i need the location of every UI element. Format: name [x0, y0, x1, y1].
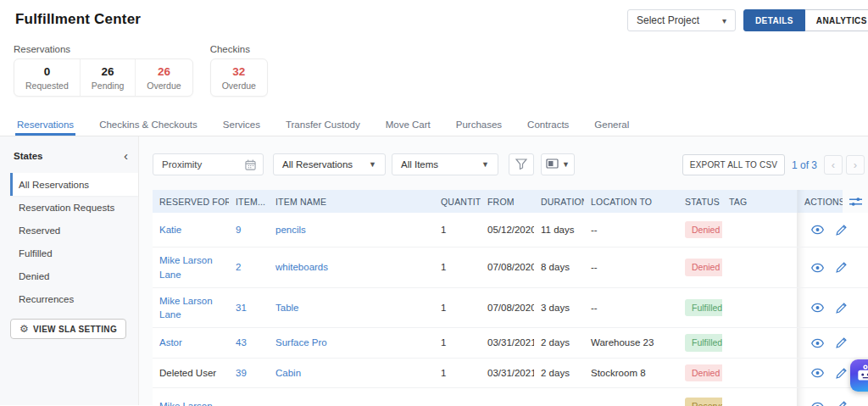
item-number-link[interactable]: 31 — [236, 301, 247, 314]
previous-page-button[interactable]: ‹ — [824, 155, 843, 175]
quantity-cell — [434, 388, 481, 406]
filter-button[interactable] — [509, 153, 534, 175]
view-sla-setting-button[interactable]: ⚙ VIEW SLA SETTING — [10, 319, 126, 339]
location-to-cell: Stockroom 8 — [584, 359, 678, 387]
duration-cell: 3 days — [534, 288, 584, 327]
stat-label: Pending — [92, 81, 125, 91]
view-icon[interactable] — [811, 225, 824, 235]
tab-reservations[interactable]: Reservations — [15, 113, 75, 136]
table-header-actions[interactable]: ACTIONS — [797, 190, 843, 213]
sla-button-label: VIEW SLA SETTING — [33, 325, 117, 334]
status-badge: Reserved — [685, 398, 722, 406]
table-header-duration[interactable]: DURATION — [534, 190, 584, 213]
view-icon[interactable] — [811, 368, 824, 378]
table-header-reserved-for[interactable]: RESERVED FOR — [153, 190, 229, 213]
item-name-link[interactable]: pencils — [275, 223, 306, 236]
reserved-for-link[interactable]: Mike Larson Lane — [159, 294, 229, 321]
item-filter-select[interactable]: All Items ▼ — [392, 153, 498, 175]
stat-card: 32 Overdue — [210, 58, 268, 97]
tab-general[interactable]: General — [593, 113, 631, 136]
tab-move-cart[interactable]: Move Cart — [384, 113, 432, 136]
sidebar-item-reserved[interactable]: Reserved — [10, 219, 138, 242]
table-header-item[interactable]: ITEM... — [229, 190, 269, 213]
reservation-type-value: All Reservations — [282, 159, 353, 170]
table-header-location-to[interactable]: LOCATION TO — [584, 190, 678, 213]
table-header-from[interactable]: FROM — [481, 190, 534, 213]
status-badge: Denied — [685, 221, 722, 239]
table-header-quantity[interactable]: QUANTITY — [434, 190, 481, 213]
stat-cell: 26 Overdue — [136, 59, 192, 96]
column-settings-icon[interactable] — [843, 190, 868, 213]
details-button[interactable]: DETAILS — [743, 9, 805, 31]
caret-down-icon: ▾ — [722, 16, 726, 25]
edit-icon[interactable] — [836, 225, 847, 236]
row-actions — [797, 328, 868, 358]
sidebar-item-reservation-requests[interactable]: Reservation Requests — [10, 196, 138, 219]
page-indicator: 1 of 3 — [792, 159, 817, 171]
tag-cell — [722, 359, 797, 387]
row-actions — [797, 247, 868, 287]
table-header-status[interactable]: STATUS — [678, 190, 722, 213]
stat-label: Overdue — [222, 81, 256, 91]
stat-label: Requested — [25, 81, 69, 91]
sidebar-item-denied[interactable]: Denied — [10, 264, 138, 287]
export-csv-button[interactable]: EXPORT ALL TO CSV — [682, 154, 785, 175]
chevron-left-icon: ‹ — [832, 159, 835, 171]
calendar-icon — [245, 159, 256, 172]
top-bar: Fulfillment Center Select Project ▾ DETA… — [0, 0, 868, 39]
item-name-link[interactable]: whiteboards — [275, 260, 328, 274]
status-badge: Fulfilled — [685, 299, 722, 317]
view-mode-button[interactable]: ▼ — [541, 153, 575, 175]
next-page-button[interactable]: › — [846, 155, 865, 175]
item-number-link[interactable]: 9 — [236, 223, 241, 236]
view-icon[interactable] — [811, 263, 824, 273]
sidebar-item-recurrences[interactable]: Recurrences — [10, 287, 138, 310]
quantity-cell: 1 — [434, 359, 481, 387]
view-icon[interactable] — [811, 338, 824, 348]
project-select[interactable]: Select Project ▾ — [627, 9, 736, 31]
chevron-right-icon: › — [854, 159, 857, 171]
reserved-for-link[interactable]: Mike Larson Lane — [159, 253, 229, 281]
tab-transfer-custody[interactable]: Transfer Custody — [284, 113, 362, 136]
from-date-cell: 07/08/2020 — [481, 247, 534, 287]
location-to-cell — [584, 388, 678, 406]
edit-icon[interactable] — [836, 303, 847, 314]
edit-icon[interactable] — [836, 401, 847, 406]
table-header-tag[interactable]: TAG — [722, 190, 797, 213]
sidebar-item-fulfilled[interactable]: Fulfilled — [10, 242, 138, 264]
reserved-for-link[interactable]: Astor — [159, 336, 182, 349]
stat-label: Overdue — [147, 81, 181, 91]
tab-purchases[interactable]: Purchases — [454, 113, 504, 136]
edit-icon[interactable] — [836, 262, 847, 273]
reserved-for-link[interactable]: Deleted User — [159, 366, 216, 380]
view-icon[interactable] — [811, 303, 824, 313]
stat-group: Checkins 32 Overdue — [210, 44, 268, 95]
analytics-button[interactable]: ANALYTICS — [805, 9, 868, 31]
tab-checkins-checkouts[interactable]: Checkins & Checkouts — [97, 113, 199, 136]
states-header: States ‹ — [0, 136, 138, 167]
collapse-sidebar-icon[interactable]: ‹ — [124, 149, 128, 162]
tab-services[interactable]: Services — [221, 113, 262, 136]
table-row: Mike Larson Reserved — [153, 388, 868, 406]
proximity-filter — [153, 153, 264, 175]
item-name-link[interactable]: Cabin — [275, 366, 301, 380]
edit-icon[interactable] — [836, 337, 847, 348]
edit-icon[interactable] — [836, 368, 847, 379]
reserved-for-link[interactable]: Katie — [159, 223, 181, 236]
sidebar-title: States — [14, 151, 43, 161]
reservation-type-select[interactable]: All Reservations ▼ — [273, 153, 386, 175]
table-header-item-name[interactable]: ITEM NAME — [269, 190, 434, 213]
item-number-link[interactable]: 2 — [236, 260, 241, 274]
item-number-link[interactable]: 39 — [236, 366, 247, 380]
caret-down-icon: ▼ — [562, 160, 570, 169]
item-name-link[interactable]: Surface Pro — [275, 336, 327, 349]
chatbot-widget[interactable] — [850, 359, 868, 392]
item-name-link[interactable]: Table — [275, 301, 299, 314]
view-icon[interactable] — [811, 402, 824, 406]
reserved-for-link[interactable]: Mike Larson — [159, 399, 213, 406]
caret-down-icon: ▼ — [481, 160, 489, 169]
sidebar-item-all-reservations[interactable]: All Reservations — [10, 173, 138, 196]
tab-contracts[interactable]: Contracts — [526, 113, 570, 136]
item-number-link[interactable]: 43 — [236, 336, 247, 349]
location-to-cell: Warehouse 23 — [584, 328, 678, 358]
